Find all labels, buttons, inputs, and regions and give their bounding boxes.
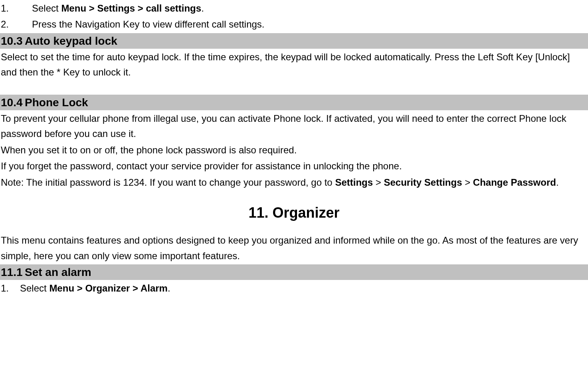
paragraph: Select to set the time for auto keypad l… <box>0 50 588 80</box>
section-number: 10.3 <box>1 33 25 49</box>
bold-text: Security Settings <box>384 177 462 188</box>
list-number: 1. <box>0 281 20 296</box>
text: Select <box>20 283 49 294</box>
paragraph: If you forget the password, contact your… <box>0 159 588 174</box>
section-heading-11-1: 11.1 Set an alarm <box>0 264 588 280</box>
text: . <box>201 3 204 14</box>
text: Select <box>32 3 61 14</box>
ordered-list-item-1: 1. Select Menu > Settings > call setting… <box>0 1 588 16</box>
list-body: Press the Navigation Key to view differe… <box>32 17 588 32</box>
text: > <box>462 177 473 188</box>
ordered-list-item-1: 1. Select Menu > Organizer > Alarm. <box>0 281 588 296</box>
bold-text: Change Password <box>473 177 556 188</box>
spacer <box>0 81 588 95</box>
list-number: 2. <box>0 17 32 32</box>
text: Press the Navigation Key to view differe… <box>32 19 265 30</box>
text: . <box>556 177 559 188</box>
section-number: 10.4 <box>1 95 25 110</box>
list-number: 1. <box>0 1 32 16</box>
section-number: 11.1 <box>1 264 25 280</box>
list-body: Select Menu > Settings > call settings. <box>32 1 588 16</box>
bold-text: Menu > Organizer > Alarm <box>49 283 168 294</box>
note-paragraph: Note: The initial password is 1234. If y… <box>0 175 588 190</box>
text: Note: The initial password is 1234. If y… <box>1 177 335 188</box>
bold-text: Menu > Settings > call settings <box>61 3 201 14</box>
section-title: Auto keypad lock <box>25 33 117 49</box>
paragraph: To prevent your cellular phone from ille… <box>0 111 588 142</box>
paragraph: When you set it to on or off, the phone … <box>0 143 588 158</box>
chapter-heading-11: 11. Organizer <box>0 201 588 224</box>
section-heading-10-3: 10.3 Auto keypad lock <box>0 33 588 49</box>
paragraph: This menu contains features and options … <box>0 233 588 264</box>
list-body: Select Menu > Organizer > Alarm. <box>20 281 588 296</box>
bold-text: Settings <box>335 177 373 188</box>
text: > <box>373 177 384 188</box>
section-heading-10-4: 10.4 Phone Lock <box>0 95 588 110</box>
section-title: Set an alarm <box>25 264 91 280</box>
ordered-list-item-2: 2. Press the Navigation Key to view diff… <box>0 17 588 32</box>
section-title: Phone Lock <box>25 95 88 110</box>
text: . <box>168 283 170 294</box>
